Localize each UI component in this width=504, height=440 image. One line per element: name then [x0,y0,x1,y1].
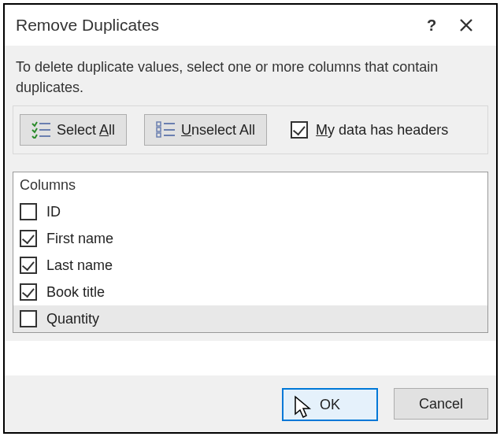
column-checkbox[interactable] [20,230,37,247]
column-checkbox[interactable] [20,310,37,327]
close-icon [459,18,473,32]
column-row[interactable]: ID [13,198,487,225]
toolbar: Select All Unselect All My [13,105,488,154]
svg-rect-7 [157,133,161,137]
cancel-button[interactable]: Cancel [394,388,488,420]
unselect-all-label: Unselect All [181,122,255,139]
svg-rect-5 [157,128,161,131]
column-label: First name [46,231,113,247]
dialog-footer: OK Cancel [5,375,496,432]
unselect-all-icon [156,121,175,139]
column-checkbox[interactable] [20,283,37,301]
column-checkbox[interactable] [20,203,37,220]
column-checkbox[interactable] [20,257,37,274]
titlebar: Remove Duplicates ? [5,5,496,46]
column-label: Book title [46,284,105,301]
dialog-title: Remove Duplicates [16,16,414,35]
ok-button[interactable]: OK [282,388,378,421]
dialog-body: To delete duplicate values, select one o… [5,46,496,341]
help-button[interactable]: ? [414,13,449,38]
select-all-icon [32,121,50,139]
columns-list: IDFirst nameLast nameBook titleQuantity [13,198,487,332]
svg-rect-3 [157,122,161,126]
select-all-button[interactable]: Select All [20,114,127,146]
column-label: Quantity [46,311,99,327]
column-row[interactable]: Book title [13,279,487,305]
select-all-label: Select All [57,122,115,139]
unselect-all-button[interactable]: Unselect All [144,114,267,146]
instruction-text: To delete duplicate values, select one o… [13,57,488,105]
remove-duplicates-dialog: Remove Duplicates ? To delete duplicate … [3,3,498,434]
column-label: ID [46,204,61,220]
headers-checkbox[interactable] [291,121,308,139]
column-row[interactable]: Last name [13,252,487,279]
headers-label: My data has headers [316,122,448,139]
headers-checkbox-group[interactable]: My data has headers [291,121,448,139]
column-row[interactable]: Quantity [13,305,487,332]
columns-header: Columns [13,172,487,198]
column-label: Last name [46,257,113,274]
close-button[interactable] [449,13,484,38]
column-row[interactable]: First name [13,225,487,252]
columns-panel: Columns IDFirst nameLast nameBook titleQ… [13,172,488,333]
